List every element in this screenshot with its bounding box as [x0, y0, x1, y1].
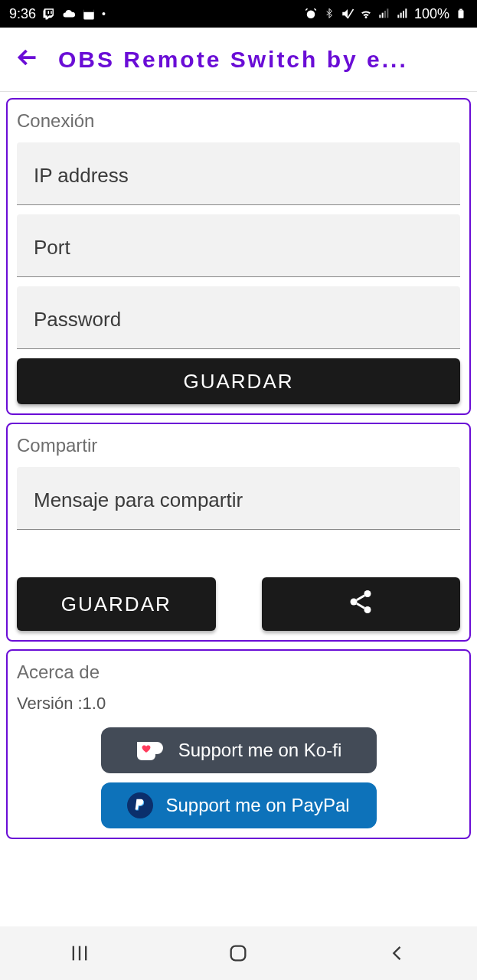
svg-rect-13 [459, 9, 462, 11]
calendar-icon [82, 7, 96, 21]
share-save-label: GUARDAR [61, 593, 172, 616]
kofi-icon [136, 739, 166, 762]
share-message-input[interactable] [17, 467, 460, 530]
kofi-support-button[interactable]: Support me on Ko-fi [101, 727, 377, 773]
share-icon [347, 588, 374, 621]
svg-rect-4 [379, 15, 381, 18]
navigation-bar [0, 926, 477, 980]
alarm-icon [304, 7, 318, 21]
svg-point-14 [364, 590, 371, 597]
port-input[interactable] [17, 214, 460, 277]
share-save-button[interactable]: GUARDAR [17, 577, 216, 631]
share-title: Compartir [17, 435, 460, 456]
status-bar: 9:36 • 100% [0, 0, 477, 28]
paypal-icon [127, 792, 153, 818]
app-title: OBS Remote Switch by e... [58, 47, 408, 73]
paypal-label: Support me on PayPal [165, 795, 349, 816]
svg-rect-7 [387, 8, 388, 18]
status-right: 100% [304, 6, 468, 22]
battery-percent: 100% [414, 6, 449, 22]
about-title: Acerca de [17, 662, 460, 683]
svg-rect-11 [405, 8, 407, 18]
svg-rect-9 [400, 13, 402, 18]
wifi-icon [359, 7, 373, 21]
connection-save-button[interactable]: GUARDAR [17, 358, 460, 404]
home-button[interactable] [223, 938, 253, 969]
share-card: Compartir GUARDAR [6, 423, 471, 642]
recent-apps-button[interactable] [64, 938, 95, 969]
paypal-support-button[interactable]: Support me on PayPal [101, 782, 377, 828]
signal-icon-2 [396, 7, 410, 21]
svg-rect-20 [231, 946, 246, 961]
content: Conexión GUARDAR Compartir GUARDAR Acerc… [0, 92, 477, 839]
cloud-icon [62, 7, 76, 21]
svg-rect-8 [397, 15, 399, 18]
signal-icon-1 [377, 7, 391, 21]
kofi-label: Support me on Ko-fi [178, 740, 341, 761]
mute-icon [341, 7, 354, 21]
svg-rect-5 [382, 13, 384, 18]
version-text: Versión :1.0 [17, 694, 460, 714]
ip-address-input[interactable] [17, 142, 460, 205]
connection-title: Conexión [17, 110, 460, 132]
connection-card: Conexión GUARDAR [6, 98, 471, 415]
svg-point-2 [307, 11, 315, 19]
back-button[interactable] [382, 938, 413, 969]
svg-point-16 [364, 606, 371, 613]
app-bar: OBS Remote Switch by e... [0, 28, 477, 92]
share-button[interactable] [262, 577, 461, 631]
status-time: 9:36 [9, 6, 36, 22]
svg-rect-1 [83, 9, 94, 12]
svg-rect-12 [459, 10, 464, 18]
about-card: Acerca de Versión :1.0 Support me on Ko-… [6, 649, 471, 839]
twitch-icon [42, 7, 56, 21]
status-dot: • [102, 8, 106, 20]
svg-rect-10 [403, 11, 404, 18]
connection-save-label: GUARDAR [183, 370, 293, 394]
svg-rect-6 [384, 11, 386, 18]
status-left: 9:36 • [9, 6, 106, 22]
battery-icon [454, 7, 468, 21]
password-input[interactable] [17, 286, 460, 349]
svg-line-3 [348, 9, 354, 18]
svg-point-15 [351, 598, 358, 605]
back-arrow-icon[interactable] [14, 44, 41, 76]
bluetooth-icon [322, 7, 336, 21]
